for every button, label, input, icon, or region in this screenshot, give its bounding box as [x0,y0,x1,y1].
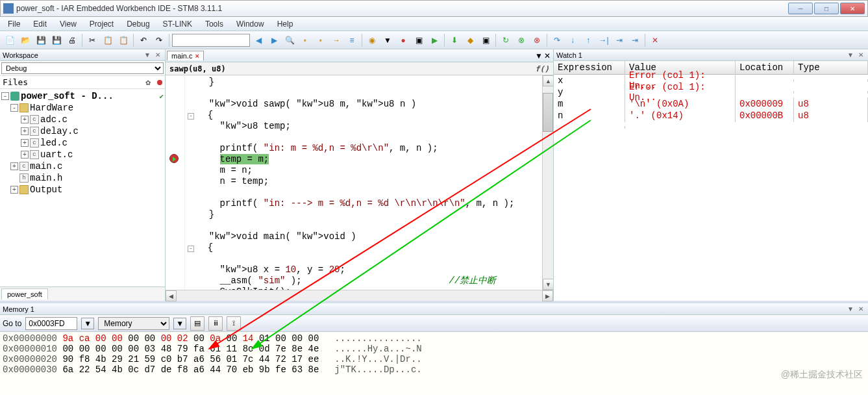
search-icon[interactable]: 🔍 [282,33,297,47]
watch-row[interactable]: m'\n' (0x0A)0x000009u8 [554,98,868,110]
panel-close-icon[interactable]: ✕ [153,51,162,60]
tree-toggle[interactable]: + [10,186,18,194]
menu-help[interactable]: Help [271,18,300,30]
step-out-icon[interactable]: ↑ [581,33,595,47]
memory-row[interactable]: 0x00000010 00 00 00 00 00 03 48 79 fa 61… [3,344,865,354]
tree-toggle[interactable]: + [21,139,29,147]
menu-file[interactable]: File [1,18,27,30]
flash-icon[interactable]: ◆ [463,33,477,47]
menu-st-link[interactable]: ST-LINK [156,18,199,30]
maximize-button[interactable]: □ [814,3,839,14]
tree-item[interactable]: -HardWare [1,102,164,114]
watch-row[interactable]: yError (col 1): Un... [554,86,868,98]
nav-back-icon[interactable]: ◀ [251,33,266,47]
nav-fwd-icon[interactable]: ▶ [267,33,281,47]
config-select[interactable]: Debug [1,62,164,74]
mem-dropdown-icon[interactable]: ▼ [173,318,186,329]
find-next-icon[interactable]: ⋆ [314,33,328,47]
step-into-icon[interactable]: ↓ [565,33,580,47]
panel-close-icon[interactable]: ✕ [856,305,865,314]
goto-icon[interactable]: → [329,33,343,47]
memory-row[interactable]: 0x00000000 9a ca 00 00 00 00 00 02 00 0a… [3,333,865,344]
memory-space-select[interactable]: Memory [98,317,169,330]
make-icon[interactable]: ◉ [365,33,379,47]
tree-item[interactable]: +cled.c [1,137,164,149]
scroll-left-icon[interactable]: ◀ [166,290,177,301]
watch-header-expr[interactable]: Expression [554,61,625,74]
menu-debug[interactable]: Debug [120,18,156,30]
tab-close-all-icon[interactable]: ✕ [544,51,551,60]
go-icon[interactable]: ⇥ [612,33,626,47]
minimize-button[interactable]: ─ [788,3,813,14]
tree-toggle[interactable]: - [1,92,9,100]
tree-item[interactable]: +Output [1,184,164,196]
panel-close-icon[interactable]: ✕ [856,51,865,60]
fx-icon[interactable]: f() [535,64,549,73]
mem-ruler-icon[interactable]: ⟟ [227,316,241,331]
scroll-right-icon[interactable]: ▶ [542,290,553,301]
download-icon[interactable]: ⬇ [447,33,462,47]
erase-icon[interactable]: ▣ [478,33,493,47]
bookmark-icon[interactable]: ≡ [345,33,359,47]
go2-icon[interactable]: ⇥ [628,33,642,47]
copy-icon[interactable]: 📋 [101,33,115,47]
tree-toggle[interactable]: + [10,162,18,170]
close-button[interactable]: ✕ [840,3,865,14]
workspace-tab[interactable]: power_soft [1,288,48,299]
compile-icon[interactable]: ▼ [380,33,395,47]
run-to-cursor-icon[interactable]: →| [597,33,611,47]
open-icon[interactable]: 📂 [18,33,32,47]
step-over-icon[interactable]: ↷ [550,33,564,47]
tree-root[interactable]: - power_soft - D... ✔ [1,90,164,102]
menu-window[interactable]: Window [230,18,271,30]
watch-body[interactable]: xError (col 1): Un...yError (col 1): Un.… [554,75,868,301]
toggle-bp-icon[interactable]: ● [396,33,410,47]
tree-item[interactable]: +cuart.c [1,149,164,160]
debug-icon[interactable]: ▶ [427,33,441,47]
tree-item[interactable]: hmain.h [1,172,164,184]
watch-header-type[interactable]: Type [794,61,868,74]
memory-row[interactable]: 0x00000020 90 f8 4b 29 21 59 c0 b7 a6 56… [3,354,865,364]
tab-dropdown-icon[interactable]: ▼ [535,51,543,60]
tree-toggle[interactable]: + [21,127,29,135]
mem-cols-icon[interactable]: ⅲ [208,316,223,331]
reset-icon[interactable]: ↻ [499,33,513,47]
undo-icon[interactable]: ↶ [136,33,151,47]
menu-edit[interactable]: Edit [27,18,53,30]
scroll-up-icon[interactable]: ▲ [543,75,553,86]
tab-close-icon[interactable]: × [195,52,199,60]
editor-tab[interactable]: main.c × [167,51,204,60]
scroll-down-icon[interactable]: ▼ [543,279,553,290]
context-label[interactable]: sawp(u8, u8) [169,64,226,73]
file-tree[interactable]: - power_soft - D... ✔ -HardWare+cadc.c+c… [0,89,165,287]
cut-icon[interactable]: ✂ [85,33,99,47]
new-file-icon[interactable]: 📄 [3,33,17,47]
menu-view[interactable]: View [53,18,83,30]
memory-row[interactable]: 0x00000030 6a 22 54 4b 0c d7 de f8 a6 44… [3,364,865,375]
scroll-thumb[interactable] [543,93,553,132]
watch-header-loc[interactable]: Location [736,61,794,74]
memory-goto-input[interactable] [25,317,77,330]
save-icon[interactable]: 💾 [34,33,48,47]
tree-toggle[interactable]: + [21,116,29,123]
tree-toggle[interactable]: - [10,104,18,112]
code-editor[interactable]: } "kw">void sawp( "kw">u8 m, "kw">u8 n )… [185,75,542,290]
print-icon[interactable]: 🖨 [65,33,79,47]
panel-dropdown-icon[interactable]: ▼ [143,51,152,60]
panel-dropdown-icon[interactable]: ▼ [846,51,855,60]
breakpoint-icon[interactable] [169,154,179,163]
menu-tools[interactable]: Tools [199,18,230,30]
break-icon[interactable]: ⊗ [530,33,544,47]
mem-width-icon[interactable]: ▤ [190,316,205,331]
paste-icon[interactable]: 📋 [116,33,130,47]
build-icon[interactable]: ▣ [412,33,426,47]
watch-add-row[interactable] [554,121,868,133]
gear-icon[interactable]: ✿ [145,77,151,87]
save-all-icon[interactable]: 💾 [49,33,64,47]
redo-icon[interactable]: ↷ [152,33,166,47]
menu-project[interactable]: Project [83,18,120,30]
tree-toggle[interactable]: + [21,151,29,159]
stop-debug-icon[interactable]: ✕ [648,33,662,47]
panel-dropdown-icon[interactable]: ▼ [846,305,855,314]
search-input[interactable] [172,34,250,47]
